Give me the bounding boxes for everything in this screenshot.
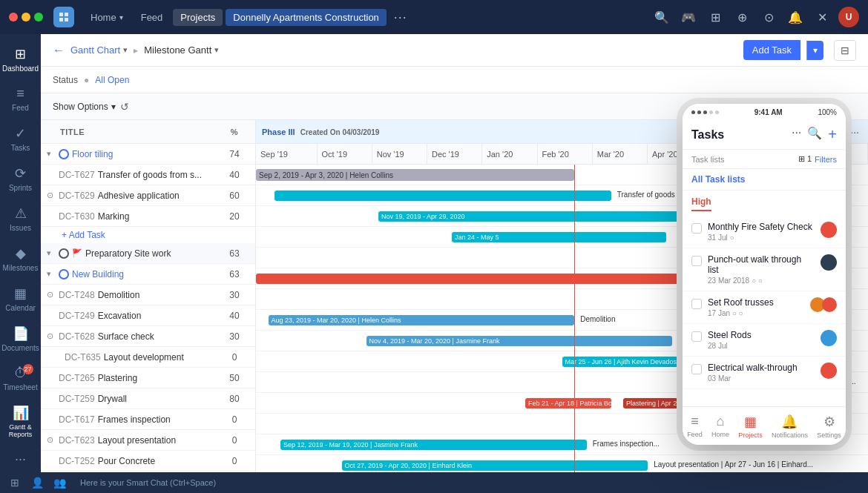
- group-row-floor-tiling[interactable]: ▾ Floor tiling 74: [41, 144, 255, 165]
- task-row-dc-t623[interactable]: ⊙ DC-T623 Layout presentation 0: [41, 430, 255, 451]
- sidebar-item-issues[interactable]: ⚠ Issues: [4, 199, 38, 238]
- add-task-dropdown[interactable]: ▾: [806, 41, 823, 60]
- sidebar-item-feed[interactable]: ≡ Feed: [4, 80, 38, 118]
- undo-button[interactable]: ↺: [120, 101, 129, 113]
- month-jan20: Jan '20: [482, 144, 537, 164]
- bar-dc-t265: Feb 21 - Apr 18 | Patricia Boyle & 4 mor…: [525, 398, 611, 408]
- nav-projects[interactable]: Projects: [173, 9, 223, 26]
- gamepad-icon[interactable]: 🎮: [678, 7, 699, 27]
- add-icon[interactable]: ⊕: [731, 7, 752, 27]
- expand-icon: ▾: [47, 149, 56, 159]
- mobile-nav-settings[interactable]: ⚙ Settings: [817, 414, 841, 439]
- filter-button[interactable]: ⊟: [834, 40, 856, 61]
- group-pct-floor-tiling: 74: [220, 149, 249, 159]
- gantt-more-icon[interactable]: ···: [847, 125, 862, 139]
- mobile-nav-feed[interactable]: ≡ Feed: [687, 414, 703, 438]
- task-row-dc-t248[interactable]: ⊙ DC-T248 Demolition 30: [41, 285, 255, 305]
- mobile-task-0[interactable]: Monthly Fire Safety Check 31 Jul ○: [683, 216, 846, 248]
- task-row-dc-t249[interactable]: DC-T249 Excavation 40: [41, 305, 255, 326]
- task-row-dc-t630[interactable]: DC-T630 Marking 20: [41, 206, 255, 227]
- sidebar-item-more[interactable]: ···: [4, 446, 38, 473]
- mobile-task-title-1: Punch-out walk through list: [708, 254, 815, 275]
- task-row-dc-t252[interactable]: DC-T252 Pour Concrete 0: [41, 451, 255, 472]
- clock-icon[interactable]: ⊙: [758, 7, 779, 27]
- task-row-dc-t628[interactable]: ⊙ DC-T628 Surface check 30: [41, 326, 255, 347]
- show-options-button[interactable]: Show Options ▾: [53, 102, 116, 112]
- mobile-search-icon[interactable]: 🔍: [807, 126, 822, 143]
- task-title-dc-t635: Layout development: [104, 352, 220, 363]
- more-icon: ···: [15, 451, 26, 467]
- issues-icon: ⚠: [15, 205, 27, 222]
- group-row-prep-site[interactable]: ▾ 🚩 Preparatory Site work 63: [41, 243, 255, 264]
- status-value[interactable]: All Open: [95, 75, 129, 85]
- milestone-gantt-link[interactable]: Milestone Gantt ▾: [144, 44, 219, 56]
- task-row-dc-t265[interactable]: DC-T265 Plastering 50: [41, 368, 255, 388]
- gantt-chart-link[interactable]: Gantt Chart ▾: [70, 44, 128, 56]
- mobile-task-checkbox-3[interactable]: [691, 331, 702, 342]
- task-row-dc-t635[interactable]: DC-T635 Layout development 0: [41, 347, 255, 368]
- mobile-task-content-2: Set Roof trusses 17 Jan ○ ○: [708, 297, 804, 317]
- mobile-add-icon[interactable]: +: [828, 126, 837, 143]
- mobile-task-4[interactable]: Electrical walk-through 03 Mar: [683, 357, 846, 389]
- mobile-task-checkbox-0[interactable]: [691, 223, 702, 234]
- user-avatar[interactable]: U: [838, 7, 859, 27]
- sidebar-item-calendar[interactable]: ▦ Calendar: [4, 279, 38, 318]
- mobile-task-2[interactable]: Set Roof trusses 17 Jan ○ ○: [683, 291, 846, 324]
- sidebar-item-documents[interactable]: 📄 Documents: [4, 320, 38, 358]
- add-task-button[interactable]: Add Task: [743, 40, 800, 60]
- task-id: DC-T629: [59, 191, 95, 201]
- mobile-filters-label[interactable]: Filters: [815, 155, 837, 164]
- mobile-task-1[interactable]: Punch-out walk through list 23 Mar 2018 …: [683, 248, 846, 291]
- task-row-dc-t259[interactable]: DC-T259 Drywall 80: [41, 388, 255, 409]
- task-row-dc-t617[interactable]: DC-T617 Frames inspection 0: [41, 409, 255, 430]
- sidebar-item-milestones[interactable]: ◆ Milestones: [4, 239, 38, 278]
- flag-icon: 🚩: [72, 248, 82, 258]
- nav-home[interactable]: Home ▾: [83, 9, 131, 26]
- nav-more-dots[interactable]: ···: [389, 10, 412, 25]
- mobile-task-checkbox-4[interactable]: [691, 364, 702, 374]
- minimize-btn[interactable]: [22, 13, 30, 21]
- mobile-task-content-0: Monthly Fire Safety Check 31 Jul ○: [708, 222, 815, 242]
- bar-dc-t617: Sep 12, 2019 - Mar 19, 2020 | Jasmine Fr…: [280, 440, 587, 450]
- mobile-all-task-lists[interactable]: All Task lists: [683, 169, 846, 191]
- task-pct-dc-t252: 0: [220, 456, 249, 466]
- sidebar-item-timesheet[interactable]: ⏱ 27 Timesheet: [4, 360, 38, 397]
- mobile-nav-projects[interactable]: ▦ Projects: [738, 414, 763, 439]
- search-icon[interactable]: 🔍: [651, 7, 672, 27]
- mobile-nav-notifications[interactable]: 🔔 Notifications: [772, 414, 808, 439]
- sidebar-item-gantt[interactable]: 📊 Gantt & Reports: [4, 399, 38, 444]
- mobile-notifications-icon: 🔔: [781, 414, 798, 430]
- sidebar-item-sprints[interactable]: ⟳ Sprints: [4, 159, 38, 198]
- close-btn[interactable]: [9, 13, 18, 21]
- add-task-link[interactable]: + Add Task: [62, 230, 249, 240]
- close-icon[interactable]: ✕: [812, 7, 832, 27]
- mobile-battery: 100%: [818, 108, 837, 116]
- month-feb20: Feb '20: [538, 144, 593, 164]
- bottom-person-icon[interactable]: 👤: [28, 474, 46, 492]
- bell-icon[interactable]: 🔔: [785, 7, 806, 27]
- group-row-new-building[interactable]: ▾ New Building 63: [41, 264, 255, 285]
- sidebar-item-tasks[interactable]: ✓ Tasks: [4, 119, 38, 158]
- back-button[interactable]: ←: [53, 44, 65, 57]
- smart-chat-text: Here is your Smart Chat (Ctrl+Space): [80, 478, 216, 487]
- mobile-more-icon[interactable]: ···: [792, 126, 801, 143]
- mobile-task-checkbox-2[interactable]: [691, 299, 702, 309]
- maximize-btn[interactable]: [34, 13, 43, 21]
- mobile-filter-row: ⊞ 1 Filters: [798, 154, 837, 164]
- task-title-dc-t628: Surface check: [98, 331, 220, 342]
- task-row-dc-t627[interactable]: DC-T627 Transfer of goods from s... 40: [41, 165, 255, 185]
- bottom-grid-icon[interactable]: ⊞: [6, 474, 24, 492]
- sidebar-item-dashboard[interactable]: ⊞ Dashboard: [4, 40, 38, 79]
- group-title-prep: Preparatory Site work: [85, 248, 220, 259]
- mobile-nav-home[interactable]: ⌂ Home: [711, 414, 729, 438]
- mobile-task-checkbox-1[interactable]: [691, 256, 702, 266]
- bar-floor-tiling: Sep 2, 2019 - Apr 3, 2020 | Helen Collin…: [256, 169, 574, 181]
- add-task-row[interactable]: + Add Task: [41, 227, 255, 243]
- nav-project-name[interactable]: Donnelly Apartments Construction: [226, 9, 387, 26]
- mobile-home-icon: ⌂: [716, 414, 724, 429]
- task-row-dc-t629[interactable]: ⊙ DC-T629 Adhesive application 60: [41, 185, 255, 206]
- bottom-group-icon[interactable]: 👥: [50, 474, 68, 492]
- mobile-task-3[interactable]: Steel Rods 28 Jul: [683, 324, 846, 357]
- nav-feed[interactable]: Feed: [134, 9, 171, 26]
- grid-icon[interactable]: ⊞: [705, 7, 726, 27]
